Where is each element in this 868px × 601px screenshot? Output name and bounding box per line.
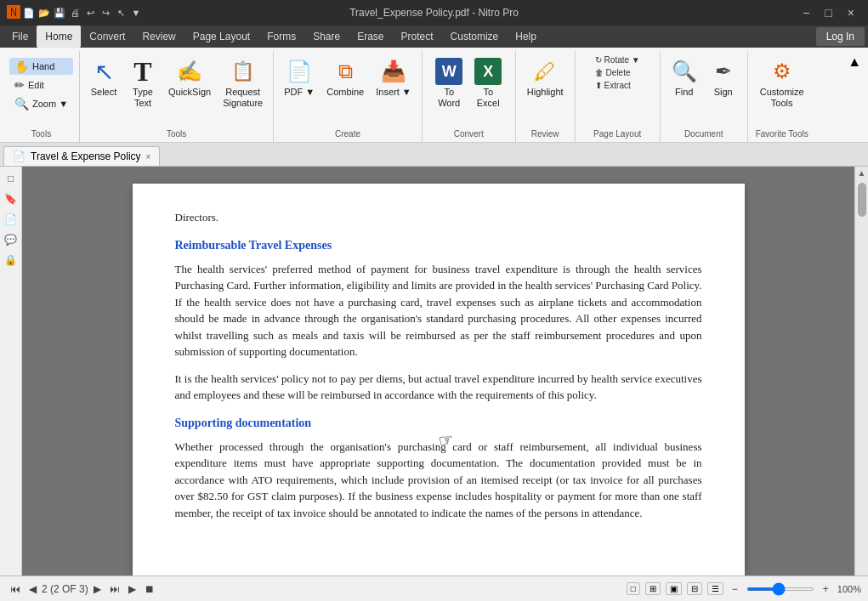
ribbon-group-document: 🔍 Find ✒ Sign Document	[661, 51, 748, 142]
menu-protect[interactable]: Protect	[393, 26, 442, 48]
edit-icon: ✏	[14, 78, 25, 92]
quicksign-label: QuickSign	[168, 87, 211, 98]
maximize-button[interactable]: □	[818, 4, 838, 21]
document-label: Document	[661, 129, 747, 139]
insert-button[interactable]: 📥 Insert ▼	[371, 54, 416, 101]
page-layout-buttons: ↻ Rotate ▼ 🗑 Delete ⬆ Extract	[593, 51, 643, 140]
ribbon-group-create: 📄 PDF ▼ ⧉ Combine 📥 Insert ▼ Create	[274, 51, 422, 142]
type-text-button[interactable]: T TypeText	[124, 54, 162, 112]
pdf-button[interactable]: 📄 PDF ▼	[279, 54, 320, 101]
section1-para2: It is the health services' policy not to…	[175, 371, 702, 404]
section-title-1: Reimbursable Travel Expenses	[175, 236, 702, 254]
rotate-label: Rotate ▼	[604, 55, 640, 65]
sidebar-pages-icon[interactable]: 📄	[3, 211, 20, 228]
menu-home[interactable]: Home	[37, 26, 81, 48]
request-sig-button[interactable]: 📋 RequestSignature	[218, 54, 268, 112]
play-button[interactable]: ▶	[125, 581, 139, 597]
ribbon-collapse-button[interactable]: ▲	[844, 51, 865, 73]
next-page-button[interactable]: ▶	[90, 581, 105, 597]
convert-buttons: W ToWord X ToExcel	[430, 51, 507, 140]
menu-review[interactable]: Review	[133, 26, 184, 48]
tab-bar: 📄 Travel & Expense Policy ×	[0, 143, 868, 167]
zoom-out-button[interactable]: −	[729, 581, 741, 597]
two-page-view-button[interactable]: ⊞	[645, 582, 661, 595]
extract-button[interactable]: ⬆ Extract	[593, 80, 633, 91]
menu-help[interactable]: Help	[507, 26, 545, 48]
dropdown-icon[interactable]: ▼	[129, 6, 143, 20]
menu-customize[interactable]: Customize	[442, 26, 508, 48]
tools2-label: Tools	[80, 129, 273, 139]
sidebar-thumbnail-icon[interactable]: □	[3, 170, 20, 187]
quicksign-button[interactable]: ✍ QuickSign	[163, 54, 216, 101]
to-excel-icon: X	[474, 58, 502, 85]
delete-page-button[interactable]: 🗑 Delete	[593, 67, 633, 78]
fit-width-button[interactable]: ⊟	[687, 582, 702, 595]
save-icon[interactable]: 💾	[53, 6, 66, 20]
request-sig-icon: 📋	[230, 58, 257, 85]
status-right: □ ⊞ ▣ ⊟ ☰ − + 100%	[627, 581, 861, 597]
single-page-view-button[interactable]: □	[627, 582, 640, 595]
find-button[interactable]: 🔍 Find	[666, 54, 703, 101]
zoom-slider[interactable]	[746, 587, 814, 591]
menu-forms[interactable]: Forms	[258, 26, 304, 48]
hand-button[interactable]: ✋ Hand	[9, 58, 73, 75]
to-excel-button[interactable]: X ToExcel	[469, 54, 507, 112]
delete-label: Delete	[606, 68, 631, 77]
delete-icon: 🗑	[595, 68, 604, 77]
menu-page-layout[interactable]: Page Layout	[184, 26, 258, 48]
to-word-button[interactable]: W ToWord	[430, 54, 468, 112]
menu-share[interactable]: Share	[304, 26, 349, 48]
tab-close-button[interactable]: ×	[146, 152, 151, 162]
stop-button[interactable]: ⏹	[141, 581, 158, 597]
document-view[interactable]: Directors. Reimbursable Travel Expenses …	[22, 167, 854, 575]
combine-button[interactable]: ⧉ Combine	[321, 54, 369, 101]
prev-page-button[interactable]: ◀	[26, 581, 40, 597]
new-icon[interactable]: 📄	[22, 6, 36, 20]
document-page: Directors. Reimbursable Travel Expenses …	[133, 184, 745, 575]
redo-icon[interactable]: ↪	[99, 6, 112, 20]
last-page-button[interactable]: ⏭	[106, 581, 123, 597]
close-button[interactable]: ×	[841, 4, 861, 21]
zoom-button[interactable]: 🔍 Zoom ▼	[9, 95, 73, 112]
customize-tools-button[interactable]: ⚙ CustomizeTools	[755, 54, 809, 112]
menu-convert[interactable]: Convert	[81, 26, 133, 48]
main-area: □ 🔖 📄 💬 🔒 Directors. Reimbursable Travel…	[0, 167, 868, 575]
ribbon: ✋ Hand ✏ Edit 🔍 Zoom ▼ Tools ↖ Select	[0, 48, 868, 143]
sign-label: Sign	[714, 87, 733, 98]
open-icon[interactable]: 📂	[37, 6, 51, 20]
rotate-icon: ↻	[595, 55, 602, 65]
print-icon[interactable]: 🖨	[68, 6, 82, 20]
sign-button[interactable]: ✒ Sign	[705, 54, 742, 101]
sidebar-comments-icon[interactable]: 💬	[3, 231, 20, 248]
document-content: Directors. Reimbursable Travel Expenses …	[175, 209, 702, 521]
select-tool-icon[interactable]: ↖	[114, 6, 128, 20]
highlight-button[interactable]: 🖊 Highlight	[522, 54, 569, 101]
document-tab[interactable]: 📄 Travel & Expense Policy ×	[3, 146, 160, 166]
to-word-label: ToWord	[438, 87, 460, 109]
customize-tools-icon: ⚙	[769, 58, 796, 85]
select-button[interactable]: ↖ Select	[85, 54, 122, 101]
login-button[interactable]: Log In	[816, 27, 865, 46]
sidebar-lock-icon[interactable]: 🔒	[3, 252, 20, 269]
extract-label: Extract	[604, 81, 631, 90]
menu-file[interactable]: File	[3, 26, 37, 48]
right-scrollbar[interactable]: ▲	[854, 167, 868, 575]
continuous-view-button[interactable]: ☰	[707, 582, 723, 595]
zoom-in-button[interactable]: +	[820, 581, 832, 597]
ribbon-group-review: 🖊 Highlight Review	[516, 51, 576, 142]
undo-icon[interactable]: ↩	[83, 6, 97, 20]
edit-button[interactable]: ✏ Edit	[9, 77, 73, 94]
menu-erase[interactable]: Erase	[349, 26, 392, 48]
app-icon: 🅽	[7, 6, 20, 20]
convert-label: Convert	[423, 129, 515, 139]
window-controls: − □ ×	[796, 4, 861, 21]
select-label: Select	[91, 87, 117, 98]
scroll-thumb[interactable]	[858, 183, 866, 217]
first-page-button[interactable]: ⏮	[7, 581, 24, 597]
rotate-button[interactable]: ↻ Rotate ▼	[593, 54, 643, 65]
sidebar-bookmarks-icon[interactable]: 🔖	[3, 190, 20, 207]
minimize-button[interactable]: −	[796, 4, 816, 21]
review-label: Review	[516, 129, 575, 139]
fit-page-button[interactable]: ▣	[666, 582, 682, 595]
scroll-up-arrow[interactable]: ▲	[856, 167, 868, 179]
